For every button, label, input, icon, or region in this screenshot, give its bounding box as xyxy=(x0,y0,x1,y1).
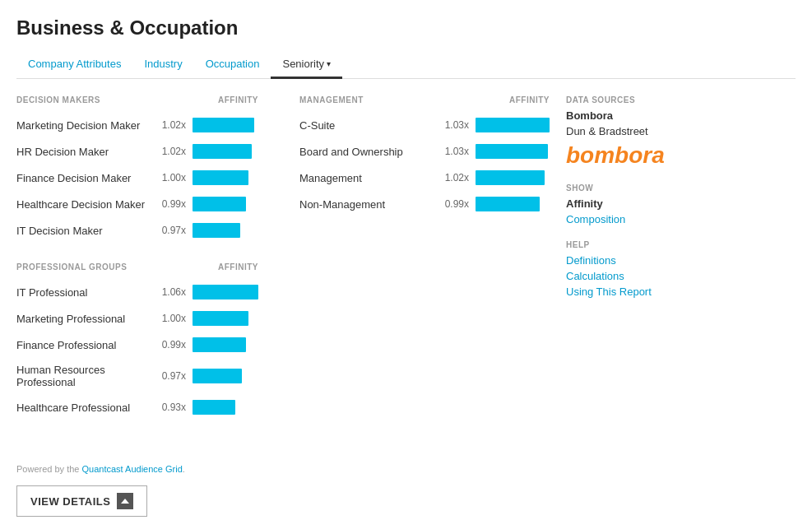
affinity-bar xyxy=(193,144,252,159)
management-title: MANAGEMENT xyxy=(299,95,364,104)
table-row: Finance Decision Maker 1.00x xyxy=(16,170,258,185)
bar-container xyxy=(193,144,258,159)
table-row: IT Decision Maker 0.97x xyxy=(16,223,258,238)
data-sources-section: DATA SOURCES Bombora Dun & Bradstreet bo… xyxy=(566,95,698,169)
footer: Powered by the Quantcast Audience Grid. … xyxy=(16,464,796,517)
decision-makers-title: DECISION MAKERS xyxy=(16,95,100,104)
data-source-bombora: Bombora xyxy=(566,109,698,122)
row-label: Human Resources Professional xyxy=(16,364,148,388)
sidebar: DATA SOURCES Bombora Dun & Bradstreet bo… xyxy=(566,95,698,439)
row-value: 1.02x xyxy=(438,172,469,183)
help-label: HELP xyxy=(566,240,698,249)
show-section: SHOW Affinity Composition xyxy=(566,183,698,225)
row-value: 0.99x xyxy=(155,339,186,351)
row-label: Marketing Decision Maker xyxy=(16,119,148,132)
show-label: SHOW xyxy=(566,183,698,193)
row-value: 1.03x xyxy=(438,146,469,157)
table-row: Management 1.02x xyxy=(299,170,550,185)
affinity-bar xyxy=(193,311,248,326)
tab-occupation[interactable]: Occupation xyxy=(194,51,271,79)
quantcast-link[interactable]: Quantcast Audience Grid xyxy=(82,464,183,474)
management-rows: C-Suite 1.03x Board and Ownership 1.03x … xyxy=(299,118,550,211)
row-value: 1.03x xyxy=(438,119,469,131)
table-row: Human Resources Professional 0.97x xyxy=(16,364,258,388)
affinity-bar xyxy=(193,285,258,299)
page-title: Business & Occupation xyxy=(16,16,796,39)
left-sections: DECISION MAKERS AFFINITY Marketing Decis… xyxy=(16,95,258,439)
affinity-bar xyxy=(193,369,242,383)
main-layout: DECISION MAKERS AFFINITY Marketing Decis… xyxy=(16,95,796,439)
affinity-bar xyxy=(476,170,545,185)
tab-company-attributes[interactable]: Company Attributes xyxy=(16,51,132,79)
right-sections: MANAGEMENT AFFINITY C-Suite 1.03x Board … xyxy=(299,95,550,439)
table-row: Healthcare Decision Maker 0.99x xyxy=(16,197,258,211)
table-row: Marketing Decision Maker 1.02x xyxy=(16,118,258,132)
bar-container xyxy=(193,285,258,299)
help-calculations[interactable]: Calculations xyxy=(566,270,698,282)
show-composition[interactable]: Composition xyxy=(566,213,698,225)
help-definitions[interactable]: Definitions xyxy=(566,254,698,267)
bar-container xyxy=(193,170,258,185)
row-value: 1.02x xyxy=(155,119,186,131)
affinity-bar xyxy=(476,197,540,211)
affinity-bar xyxy=(476,118,550,132)
table-row: Board and Ownership 1.03x xyxy=(299,144,550,159)
row-value: 1.00x xyxy=(155,313,186,324)
view-details-button[interactable]: VIEW DETAILS xyxy=(16,485,147,517)
bar-container xyxy=(476,170,550,185)
affinity-bar xyxy=(476,144,548,159)
row-value: 0.97x xyxy=(155,370,186,382)
bar-container xyxy=(193,337,258,352)
bar-container xyxy=(193,400,258,415)
decision-makers-rows: Marketing Decision Maker 1.02x HR Decisi… xyxy=(16,118,258,238)
bar-container xyxy=(193,311,258,326)
data-sources-label: DATA SOURCES xyxy=(566,95,698,104)
affinity-bar xyxy=(193,400,235,415)
content-columns: DECISION MAKERS AFFINITY Marketing Decis… xyxy=(16,95,550,439)
row-label: Healthcare Professional xyxy=(16,402,148,414)
page: Business & Occupation Company Attributes… xyxy=(0,0,812,520)
affinity-bar xyxy=(193,337,246,352)
row-label: Management xyxy=(299,172,431,184)
affinity-bar xyxy=(193,197,246,211)
bombora-logo: bombora xyxy=(566,142,698,169)
svg-marker-0 xyxy=(121,499,129,504)
data-source-dun: Dun & Bradstreet xyxy=(566,125,698,137)
help-using-report[interactable]: Using This Report xyxy=(566,286,698,298)
tab-seniority[interactable]: Seniority ▾ xyxy=(271,51,342,79)
bar-container xyxy=(193,223,258,238)
bar-container xyxy=(476,144,550,159)
management-affinity-label: AFFINITY xyxy=(509,95,550,104)
professional-groups-header: PROFESSIONAL GROUPS AFFINITY xyxy=(16,262,258,275)
bar-container xyxy=(193,118,258,132)
chevron-down-icon: ▾ xyxy=(327,59,331,68)
row-value: 1.06x xyxy=(155,286,186,298)
decision-makers-header: DECISION MAKERS AFFINITY xyxy=(16,95,258,108)
row-label: IT Professional xyxy=(16,286,148,299)
professional-groups-title: PROFESSIONAL GROUPS xyxy=(16,262,127,272)
chevron-up-icon xyxy=(117,493,133,509)
tab-industry[interactable]: Industry xyxy=(132,51,193,79)
bar-container xyxy=(476,197,550,211)
professional-groups-section: PROFESSIONAL GROUPS AFFINITY IT Professi… xyxy=(16,262,258,415)
table-row: Non-Management 0.99x xyxy=(299,197,550,211)
row-value: 0.99x xyxy=(438,198,469,210)
table-row: Finance Professional 0.99x xyxy=(16,337,258,352)
management-header: MANAGEMENT AFFINITY xyxy=(299,95,550,108)
table-row: HR Decision Maker 1.02x xyxy=(16,144,258,159)
help-section: HELP Definitions Calculations Using This… xyxy=(566,240,698,298)
decision-makers-affinity-label: AFFINITY xyxy=(218,95,258,104)
decision-makers-section: DECISION MAKERS AFFINITY Marketing Decis… xyxy=(16,95,258,238)
row-value: 0.93x xyxy=(155,402,186,413)
bar-container xyxy=(476,118,550,132)
row-value: 0.99x xyxy=(155,198,186,210)
affinity-bar xyxy=(193,223,240,238)
row-label: Healthcare Decision Maker xyxy=(16,198,148,211)
table-row: Marketing Professional 1.00x xyxy=(16,311,258,326)
row-label: Marketing Professional xyxy=(16,313,148,325)
professional-groups-affinity-label: AFFINITY xyxy=(218,262,258,272)
show-affinity[interactable]: Affinity xyxy=(566,197,698,210)
table-row: C-Suite 1.03x xyxy=(299,118,550,132)
bar-container xyxy=(193,197,258,211)
affinity-bar xyxy=(193,170,248,185)
